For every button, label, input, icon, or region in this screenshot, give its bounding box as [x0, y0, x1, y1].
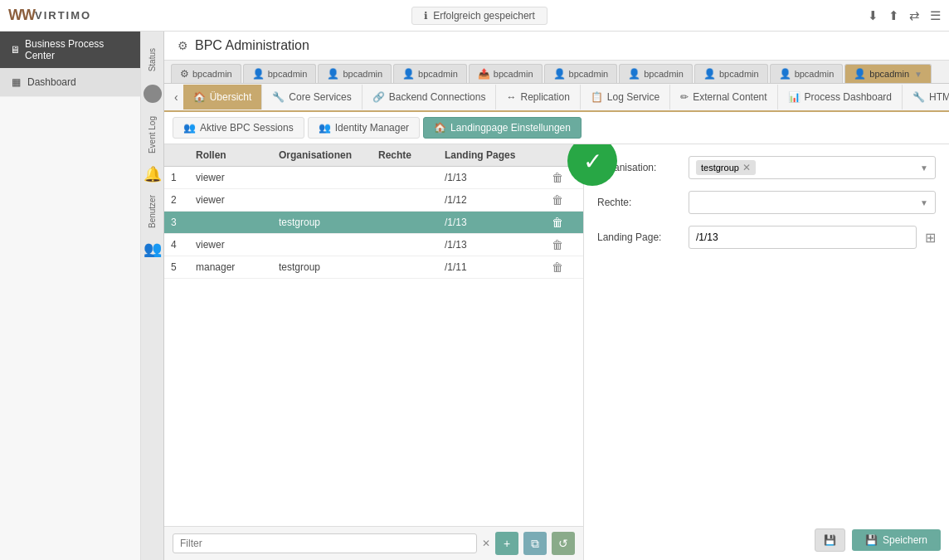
save-icon-button[interactable]: 💾	[815, 528, 845, 552]
row-org: testgroup	[279, 217, 378, 228]
edit-icon: ✏	[680, 91, 689, 103]
tab-html-content[interactable]: 🔧 HTML Content	[903, 85, 949, 110]
menu-icon[interactable]: ☰	[930, 8, 941, 23]
rechte-dropdown-icon[interactable]: ▼	[920, 198, 928, 207]
tab-label: HTML Content	[929, 91, 949, 103]
sub-tab-label: Aktive BPC Sessions	[200, 122, 294, 134]
row-landing: /1/11	[445, 261, 552, 273]
org-dropdown-icon[interactable]: ▼	[920, 163, 928, 173]
status-label[interactable]: Status	[148, 48, 157, 71]
user-tab-label: bpcadmin	[795, 69, 835, 79]
tab-process-dashboard[interactable]: 📊 Process Dashboard	[778, 85, 903, 110]
main-layout: 🖥 Business Process Center ▦ Dashboard St…	[0, 32, 949, 560]
tab-replication[interactable]: ↔ Replication	[496, 85, 580, 110]
col-organisationen: Organisationen	[279, 149, 378, 161]
table-row[interactable]: 4 viewer /1/13 🗑	[164, 234, 583, 256]
tab-core-services[interactable]: 🔧 Core Services	[262, 85, 362, 110]
delete-button[interactable]: 🗑	[552, 238, 577, 251]
col-rechte: Rechte	[378, 149, 445, 161]
user-tab-label: bpcadmin	[192, 69, 232, 79]
row-rollen: viewer	[196, 194, 279, 206]
table-row[interactable]: 1 viewer /1/13 🗑	[164, 167, 583, 189]
nav-arrow-left[interactable]: ‹	[169, 84, 183, 110]
log-icon: 📋	[591, 91, 603, 103]
row-landing: /1/12	[445, 194, 552, 206]
col-landing-pages: Landing Pages	[445, 149, 552, 161]
refresh-button[interactable]: ↺	[552, 532, 575, 555]
delete-button[interactable]: 🗑	[552, 193, 577, 207]
user-tab-2[interactable]: 👤 bpcadmin	[318, 64, 392, 83]
tab-ubersicht[interactable]: 🏠 Übersicht	[183, 85, 263, 110]
status-bar: ℹ Erfolgreich gespeichert	[91, 7, 868, 25]
event-log-label[interactable]: Event Log	[148, 116, 157, 153]
sidebar-header: 🖥 Business Process Center	[0, 32, 140, 68]
user-tab-0[interactable]: ⚙ bpcadmin	[171, 64, 241, 83]
table-row-selected[interactable]: 3 testgroup /1/13 🗑	[164, 212, 583, 234]
user-icon: 👤	[628, 68, 640, 80]
sidebar-item-label: Dashboard	[27, 76, 76, 88]
sub-tab-aktive-bpc[interactable]: 👥 Aktive BPC Sessions	[173, 117, 304, 139]
tab-label: Core Services	[289, 91, 351, 103]
user-tab-label: bpcadmin	[494, 69, 533, 79]
row-rollen: viewer	[196, 239, 279, 251]
wrench-icon: 🔧	[272, 91, 285, 103]
identity-icon: 👥	[319, 122, 331, 134]
delete-button[interactable]: 🗑	[552, 261, 577, 274]
rechte-value[interactable]: ▼	[689, 191, 936, 214]
filter-input[interactable]	[173, 533, 477, 553]
tab-label: Übersicht	[210, 91, 252, 103]
user-tabs: ⚙ bpcadmin 👤 bpcadmin 👤 bpcadmin 👤 bpcad…	[164, 61, 949, 84]
user-tab-3[interactable]: 👤 bpcadmin	[393, 64, 467, 83]
table-row[interactable]: 5 manager testgroup /1/11 🗑	[164, 256, 583, 279]
add-button[interactable]: +	[495, 532, 518, 555]
tab-external-content[interactable]: ✏ External Content	[670, 85, 777, 110]
tab-label: Log Service	[607, 91, 659, 103]
rechte-label: Rechte:	[597, 197, 680, 208]
save-btn-icon: 💾	[865, 534, 878, 546]
tab-label: Backend Connections	[389, 91, 486, 103]
share-icon[interactable]: ⇄	[909, 8, 920, 23]
download-icon[interactable]: ⬇	[868, 8, 878, 23]
chart-icon: 📊	[788, 91, 801, 103]
user-tab-4[interactable]: 📤 bpcadmin	[469, 64, 543, 83]
user-tab-9[interactable]: 👤 bpcadmin ▼	[844, 64, 932, 83]
rechte-field-row: Rechte: ▼	[597, 191, 936, 214]
copy-button[interactable]: ⧉	[523, 532, 547, 555]
table-area: Rollen Organisationen Rechte Landing Pag…	[164, 144, 584, 560]
row-num: 5	[171, 261, 196, 273]
table-row[interactable]: 2 viewer /1/12 🗑	[164, 189, 583, 212]
organisation-value[interactable]: testgroup ✕ ▼	[689, 156, 936, 179]
sidebar-title: Business Process Center	[25, 38, 130, 61]
user-tab-1[interactable]: 👤 bpcadmin	[243, 64, 317, 83]
user-tab-8[interactable]: 👤 bpcadmin	[770, 64, 844, 83]
user-tab-5[interactable]: 👤 bpcadmin	[544, 64, 618, 83]
sub-tab-landingpage[interactable]: 🏠 Landingpage Einstellungen	[423, 117, 582, 139]
row-num: 4	[171, 239, 196, 251]
row-landing: /1/13	[445, 217, 552, 228]
sidebar-item-dashboard[interactable]: ▦ Dashboard	[0, 68, 140, 97]
save-button[interactable]: 💾 Speichern	[852, 529, 941, 551]
sub-tab-identity-manager[interactable]: 👥 Identity Manager	[308, 117, 420, 139]
user-tab-7[interactable]: 👤 bpcadmin	[694, 64, 768, 83]
upload-icon[interactable]: ⬆	[888, 8, 899, 23]
html-icon: 🔧	[912, 91, 925, 103]
row-num: 2	[171, 194, 196, 206]
landing-page-input[interactable]: /1/13	[689, 226, 917, 249]
benutzer-label[interactable]: Benutzer	[148, 195, 157, 228]
row-landing: /1/13	[445, 172, 552, 183]
delete-button[interactable]: 🗑	[552, 216, 577, 229]
tree-picker-icon[interactable]: ⊞	[925, 230, 936, 246]
user-icon: 👤	[553, 68, 566, 80]
user-tab-6[interactable]: 👤 bpcadmin	[619, 64, 693, 83]
row-landing: /1/13	[445, 239, 552, 251]
tab-backend-connections[interactable]: 🔗 Backend Connections	[363, 85, 497, 110]
user-icon: 👤	[327, 68, 339, 80]
user-icon: 👤	[779, 68, 791, 80]
col-rollen: Rollen	[196, 149, 279, 161]
tag-close-button[interactable]: ✕	[742, 162, 751, 173]
row-rollen: viewer	[196, 172, 279, 183]
tab-log-service[interactable]: 📋 Log Service	[581, 85, 670, 110]
right-panel-actions: 💾 💾 Speichern	[815, 528, 941, 552]
monitor-icon: 🖥	[10, 44, 20, 56]
filter-clear-button[interactable]: ✕	[482, 538, 490, 549]
